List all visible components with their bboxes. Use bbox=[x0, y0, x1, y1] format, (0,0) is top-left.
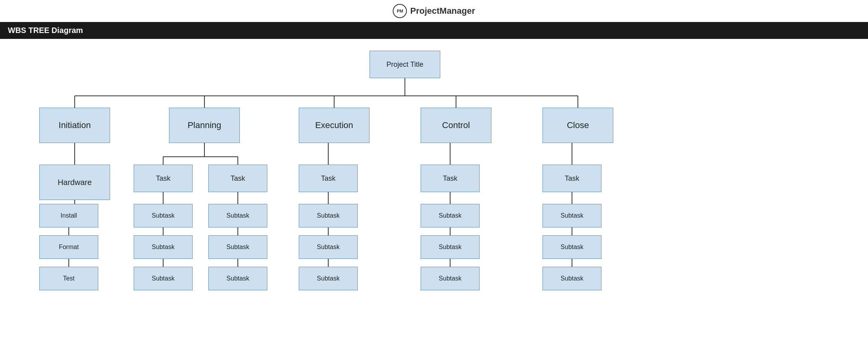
node-cl-sub2: Subtask bbox=[542, 235, 601, 259]
node-p-task1: Task bbox=[134, 165, 193, 192]
node-p-sub1: Subtask bbox=[134, 204, 193, 227]
node-c-task: Task bbox=[421, 165, 480, 192]
node-format: Format bbox=[39, 235, 98, 259]
node-planning: Planning bbox=[169, 108, 240, 143]
node-e-task: Task bbox=[299, 165, 358, 192]
node-c-sub3: Subtask bbox=[421, 267, 480, 290]
top-bar: PM ProjectManager bbox=[0, 0, 868, 22]
node-e-sub2: Subtask bbox=[299, 235, 358, 259]
node-p2-sub2: Subtask bbox=[208, 235, 267, 259]
node-p2-sub3: Subtask bbox=[208, 267, 267, 290]
node-execution: Execution bbox=[299, 108, 370, 143]
logo-icon: PM bbox=[393, 4, 407, 18]
diagram-area: Project Title Initiation Planning Execut… bbox=[0, 39, 868, 337]
node-initiation: Initiation bbox=[39, 108, 110, 143]
wbs-title: WBS TREE Diagram bbox=[0, 22, 868, 39]
node-cl-task: Task bbox=[542, 165, 601, 192]
node-root: Project Title bbox=[370, 51, 440, 78]
node-test: Test bbox=[39, 267, 98, 290]
node-cl-sub3: Subtask bbox=[542, 267, 601, 290]
node-c-sub2: Subtask bbox=[421, 235, 480, 259]
node-install: Install bbox=[39, 204, 98, 227]
node-p-sub2: Subtask bbox=[134, 235, 193, 259]
node-control: Control bbox=[421, 108, 491, 143]
brand-name: ProjectManager bbox=[410, 6, 475, 16]
node-c-sub1: Subtask bbox=[421, 204, 480, 227]
node-e-sub3: Subtask bbox=[299, 267, 358, 290]
node-e-sub1: Subtask bbox=[299, 204, 358, 227]
node-cl-sub1: Subtask bbox=[542, 204, 601, 227]
node-p2-sub1: Subtask bbox=[208, 204, 267, 227]
node-p-task2: Task bbox=[208, 165, 267, 192]
node-p-sub3: Subtask bbox=[134, 267, 193, 290]
node-hardware: Hardware bbox=[39, 165, 110, 200]
node-close: Close bbox=[542, 108, 613, 143]
